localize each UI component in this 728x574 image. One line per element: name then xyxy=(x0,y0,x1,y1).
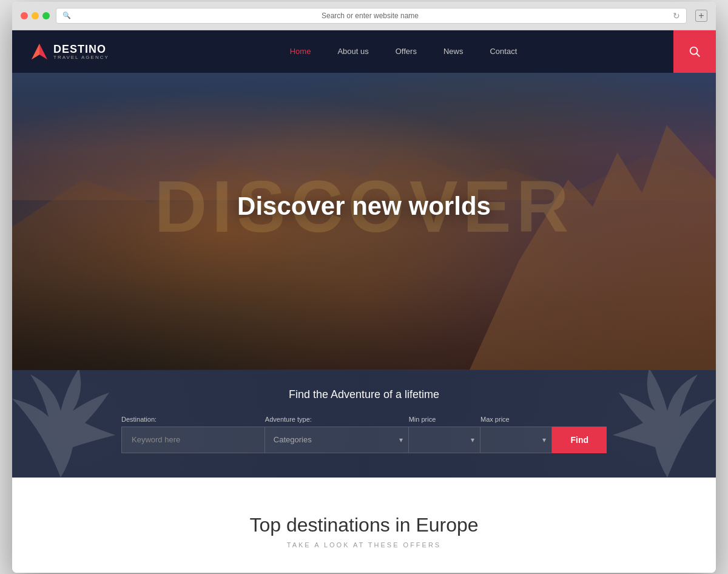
logo-icon xyxy=(30,42,49,61)
hero-content: DISCOVER Discover new worlds xyxy=(237,191,491,220)
destination-input[interactable] xyxy=(121,427,265,453)
hero-title: Discover new worlds xyxy=(237,191,491,220)
max-price-group: Max price $500 $1000 $5000 xyxy=(480,416,552,453)
min-price-select-wrapper: $100 $500 $1000 xyxy=(409,427,480,453)
nav-links: Home About us Offers News Contact xyxy=(133,30,673,73)
destination-group: Destination: xyxy=(121,416,265,453)
min-price-group: Min price $100 $500 $1000 xyxy=(409,416,480,453)
address-text: Search or enter website name xyxy=(75,12,666,20)
max-price-select[interactable]: $500 $1000 $5000 xyxy=(480,427,552,453)
search-form: Destination: Adventure type: Categories … xyxy=(121,416,607,453)
svg-marker-1 xyxy=(32,44,39,59)
section-subtitle: TAKE A LOOK AT THESE OFFERS xyxy=(49,541,679,549)
traffic-lights xyxy=(21,12,50,19)
nav-about[interactable]: About us xyxy=(324,30,382,73)
adventure-select[interactable]: Categories Beach Mountain City xyxy=(265,427,409,453)
logo-sub: TRAVEL AGENCY xyxy=(53,55,109,60)
browser-window: 🔍 Search or enter website name ↻ + xyxy=(12,2,716,573)
adventure-group: Adventure type: Categories Beach Mountai… xyxy=(265,416,409,453)
website-content: DESTINO TRAVEL AGENCY Home About us Offe… xyxy=(12,30,716,573)
destination-label: Destination: xyxy=(121,416,265,423)
min-price-label: Min price xyxy=(409,416,480,423)
logo-name: DESTINO xyxy=(53,43,109,56)
max-price-label: Max price xyxy=(480,416,552,423)
palm-right-icon xyxy=(607,370,716,478)
svg-point-2 xyxy=(690,47,698,54)
minimize-dot[interactable] xyxy=(32,12,39,19)
maximize-dot[interactable] xyxy=(42,12,50,19)
find-button[interactable]: Find xyxy=(552,427,607,453)
browser-chrome: 🔍 Search or enter website name ↻ + xyxy=(12,2,716,30)
nav-search-button[interactable] xyxy=(673,30,716,73)
palm-left-icon xyxy=(12,370,121,478)
bottom-section: Top destinations in Europe TAKE A LOOK A… xyxy=(12,478,716,573)
nav-home[interactable]: Home xyxy=(277,30,325,73)
search-icon: 🔍 xyxy=(62,12,71,19)
svg-line-3 xyxy=(696,53,699,56)
adventure-select-wrapper: Categories Beach Mountain City xyxy=(265,427,409,453)
close-dot[interactable] xyxy=(21,12,28,19)
max-price-select-wrapper: $500 $1000 $5000 xyxy=(480,427,552,453)
new-tab-button[interactable]: + xyxy=(695,10,707,22)
logo-area[interactable]: DESTINO TRAVEL AGENCY xyxy=(12,42,133,61)
hero-section: DESTINO TRAVEL AGENCY Home About us Offe… xyxy=(12,30,716,370)
nav-offers[interactable]: Offers xyxy=(382,30,430,73)
address-bar[interactable]: 🔍 Search or enter website name ↻ xyxy=(56,8,687,24)
adventure-label: Adventure type: xyxy=(265,416,409,423)
min-price-select[interactable]: $100 $500 $1000 xyxy=(409,427,480,453)
nav-container: DESTINO TRAVEL AGENCY Home About us Offe… xyxy=(12,30,716,73)
nav-news[interactable]: News xyxy=(430,30,477,73)
navbar: DESTINO TRAVEL AGENCY Home About us Offe… xyxy=(12,30,716,73)
search-section: Find the Adventure of a lifetime Destina… xyxy=(12,370,716,478)
search-icon xyxy=(688,45,701,58)
reload-button[interactable]: ↻ xyxy=(673,11,680,21)
logo-text: DESTINO TRAVEL AGENCY xyxy=(53,43,109,60)
search-tagline: Find the Adventure of a lifetime xyxy=(49,388,679,401)
nav-contact[interactable]: Contact xyxy=(476,30,530,73)
section-title: Top destinations in Europe xyxy=(49,514,679,536)
